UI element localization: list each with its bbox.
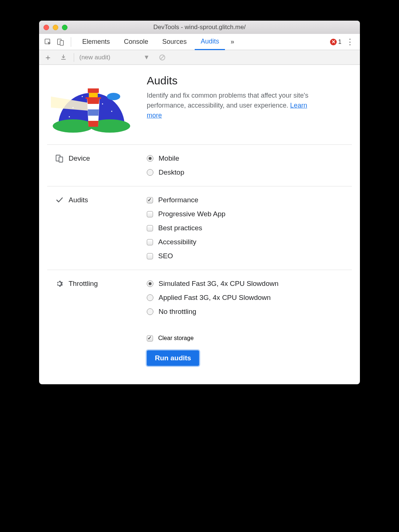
checkbox-pwa[interactable]: Progressive Web App <box>147 210 225 218</box>
option-label: Clear storage <box>158 335 194 342</box>
checkbox-input[interactable] <box>147 225 153 231</box>
audits-panel: Audits Identify and fix common problems … <box>39 65 360 384</box>
checkbox-input[interactable] <box>147 211 153 217</box>
radio-throttling-none[interactable]: No throttling <box>147 308 278 316</box>
option-label: Applied Fast 3G, 4x CPU Slowdown <box>159 294 271 302</box>
desc-text: Identify and fix common problems that af… <box>147 92 308 109</box>
checkbox-input[interactable] <box>147 239 153 245</box>
option-label: Best practices <box>158 224 202 232</box>
tab-label: Elements <box>82 38 110 46</box>
svg-rect-3 <box>61 59 66 60</box>
device-toolbar-icon[interactable] <box>55 37 66 47</box>
window-title: DevTools - wind-sprout.glitch.me/ <box>39 24 360 31</box>
separator <box>74 53 74 62</box>
checkbox-best-practices[interactable]: Best practices <box>147 224 225 232</box>
svg-rect-22 <box>86 97 101 99</box>
radio-throttling-simulated[interactable]: Simulated Fast 3G, 4x CPU Slowdown <box>147 280 278 288</box>
svg-rect-16 <box>88 88 99 93</box>
tab-label: Console <box>124 38 148 46</box>
svg-rect-17 <box>89 93 98 98</box>
option-label: Mobile <box>159 154 179 162</box>
svg-rect-2 <box>60 41 63 45</box>
checkbox-accessibility[interactable]: Accessibility <box>147 238 225 246</box>
overflow-glyph: » <box>230 38 234 46</box>
error-count: 1 <box>338 39 341 45</box>
radio-input[interactable] <box>147 294 153 301</box>
label-text: Throttling <box>69 280 98 288</box>
section-label: Throttling <box>47 280 139 316</box>
panel-tabs: Elements Console Sources Audits » ✕ 1 ⋮ <box>39 34 360 50</box>
audits-toolbar: ＋ (new audit) ▼ <box>39 50 360 65</box>
new-audit-icon[interactable]: ＋ <box>43 52 53 63</box>
svg-rect-24 <box>59 157 63 162</box>
device-icon <box>55 154 63 162</box>
run-audits-button[interactable]: Run audits <box>147 350 199 366</box>
radio-input[interactable] <box>147 280 153 287</box>
throttling-options: Simulated Fast 3G, 4x CPU Slowdown Appli… <box>147 280 278 316</box>
tabs-overflow-button[interactable]: » <box>227 37 237 47</box>
device-options: Mobile Desktop <box>147 154 184 176</box>
svg-point-13 <box>107 93 120 100</box>
download-icon[interactable] <box>58 52 69 63</box>
minimize-window-button[interactable] <box>53 25 58 30</box>
option-label: Simulated Fast 3G, 4x CPU Slowdown <box>159 280 278 288</box>
more-menu-button[interactable]: ⋮ <box>344 37 356 47</box>
traffic-lights <box>44 25 67 30</box>
tab-console[interactable]: Console <box>118 34 154 50</box>
titlebar: DevTools - wind-sprout.glitch.me/ <box>39 21 360 34</box>
option-label: Performance <box>158 196 198 204</box>
audit-categories: Performance Progressive Web App Best pra… <box>147 196 225 260</box>
separator <box>71 37 71 47</box>
radio-input[interactable] <box>147 169 153 176</box>
svg-point-8 <box>82 96 83 97</box>
gear-icon <box>55 280 63 288</box>
checkbox-clear-storage[interactable]: Clear storage <box>147 335 194 342</box>
option-label: Accessibility <box>158 238 196 246</box>
tab-sources[interactable]: Sources <box>156 34 192 50</box>
tab-audits[interactable]: Audits <box>195 34 225 50</box>
svg-point-11 <box>69 116 70 118</box>
radio-device-desktop[interactable]: Desktop <box>147 168 184 176</box>
radio-input[interactable] <box>147 308 153 315</box>
zoom-window-button[interactable] <box>62 25 67 30</box>
checkbox-input[interactable] <box>147 197 153 203</box>
svg-marker-19 <box>87 98 100 104</box>
tab-elements[interactable]: Elements <box>76 34 116 50</box>
option-label: No throttling <box>159 308 196 316</box>
checkbox-performance[interactable]: Performance <box>147 196 225 204</box>
clear-icon[interactable] <box>157 52 167 63</box>
option-label: Progressive Web App <box>158 210 225 218</box>
tab-label: Sources <box>162 38 187 46</box>
lighthouse-illustration <box>47 74 136 133</box>
option-label: Desktop <box>159 168 184 176</box>
option-label: SEO <box>158 252 173 260</box>
radio-device-mobile[interactable]: Mobile <box>147 154 184 162</box>
footer-actions: Clear storage Run audits <box>47 325 352 366</box>
radio-throttling-applied[interactable]: Applied Fast 3G, 4x CPU Slowdown <box>147 294 278 302</box>
checkbox-seo[interactable]: SEO <box>147 252 225 260</box>
svg-line-5 <box>160 56 164 59</box>
section-throttling: Throttling Simulated Fast 3G, 4x CPU Slo… <box>47 270 352 325</box>
inspect-element-icon[interactable] <box>43 37 53 47</box>
label-text: Device <box>69 154 90 162</box>
error-indicator[interactable]: ✕ 1 <box>330 39 341 45</box>
radio-input[interactable] <box>147 155 153 162</box>
audit-select-dropdown[interactable]: (new audit) ▼ <box>79 54 150 61</box>
checkbox-input[interactable] <box>147 253 153 259</box>
svg-point-9 <box>102 104 103 105</box>
svg-marker-20 <box>88 109 99 116</box>
svg-point-14 <box>53 119 93 133</box>
svg-marker-21 <box>88 121 98 127</box>
check-icon <box>55 196 63 204</box>
section-device: Device Mobile Desktop <box>47 144 352 186</box>
devtools-window: DevTools - wind-sprout.glitch.me/ Elemen… <box>39 21 360 384</box>
svg-point-7 <box>73 107 74 108</box>
close-window-button[interactable] <box>44 25 49 30</box>
hero: Audits Identify and fix common problems … <box>47 74 352 144</box>
tab-label: Audits <box>201 38 219 45</box>
svg-point-10 <box>111 111 112 112</box>
page-title: Audits <box>147 74 316 87</box>
svg-point-12 <box>117 100 118 101</box>
checkbox-input[interactable] <box>147 335 153 342</box>
dropdown-label: (new audit) <box>79 54 110 61</box>
